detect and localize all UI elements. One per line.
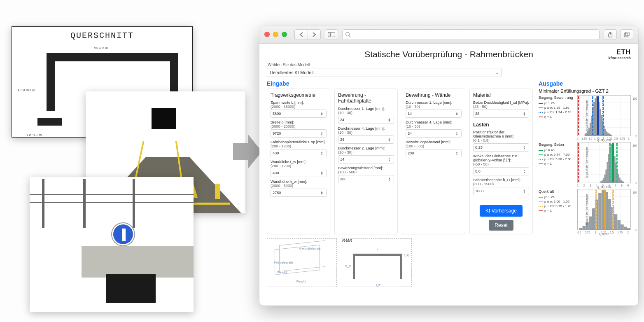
stepper-icon: ▲▼ bbox=[523, 112, 527, 116]
brand-eth: ETH bbox=[608, 49, 631, 56]
sidebar-toggle-button[interactable] bbox=[325, 29, 338, 40]
svg-rect-16 bbox=[595, 98, 596, 136]
pedestrian-icon bbox=[215, 184, 220, 199]
svg-rect-21 bbox=[601, 115, 602, 136]
svg-rect-15 bbox=[593, 102, 595, 136]
zoom-window-button[interactable] bbox=[282, 32, 287, 37]
svg-rect-52 bbox=[589, 217, 592, 230]
bp-abstand-input[interactable]: 200 ▲▼ bbox=[338, 175, 394, 183]
sidebar-icon bbox=[328, 32, 335, 37]
nav-back-forward bbox=[294, 29, 321, 40]
svg-rect-53 bbox=[592, 208, 595, 230]
svg-point-3 bbox=[346, 32, 350, 36]
brand-logo: ETH kfmResearch bbox=[608, 49, 631, 61]
chart-legend: Querkraftμ: 1.26μ ± σ: 1.00 - 1.52μ ± 2σ… bbox=[539, 189, 575, 230]
chart-histogram: 11.251.51.7522.252.52.7530100Anzahl der … bbox=[577, 95, 631, 136]
fcd-input[interactable]: 28 ▲▼ bbox=[473, 110, 529, 118]
field-plattendicke: Fahrbahnplattendicke t_sp [mm]: (200 - 1… bbox=[271, 140, 327, 157]
svg-rect-31 bbox=[602, 180, 603, 183]
svg-rect-61 bbox=[618, 220, 621, 230]
svg-rect-44 bbox=[618, 174, 619, 183]
svg-rect-46 bbox=[621, 180, 622, 183]
pedestrian-sign-icon bbox=[112, 223, 134, 245]
svg-rect-49 bbox=[579, 228, 582, 230]
panel-bewehrung-waende: Bewehrung - Wände Durchmesser 1. Lage [m… bbox=[402, 89, 465, 234]
predict-button[interactable]: KI Vorhersage bbox=[480, 205, 523, 217]
svg-rect-62 bbox=[621, 225, 624, 230]
stepper-icon: ▲▼ bbox=[320, 112, 324, 116]
model-select-value: Detailliertes KI Modell bbox=[270, 70, 313, 75]
bp-d2-input[interactable]: 14 ▲▼ bbox=[338, 155, 394, 163]
app-content: Statische Vorüberprüfung - Rahmenbrücken… bbox=[259, 44, 638, 306]
svg-rect-47 bbox=[622, 181, 623, 183]
drawing-title: QUERSCHNITT bbox=[12, 31, 192, 40]
tabs-button[interactable] bbox=[620, 29, 633, 40]
svg-rect-55 bbox=[598, 193, 601, 230]
chart-legend: Biegung: Bewehrungμ: 1.76μ ± σ: 1.55 - 1… bbox=[539, 95, 575, 136]
source-images-collage: QUERSCHNITT 96.12 x 20 4.7 Ø 14 x 20 4.7… bbox=[12, 26, 242, 306]
share-icon bbox=[607, 32, 613, 37]
panel-bewehrung-platte: Bewehrung - Fahrbahnplatte Durchmesser 1… bbox=[334, 89, 398, 234]
svg-line-4 bbox=[349, 35, 350, 37]
posfaktor-input[interactable]: 0,23 ▲▼ bbox=[473, 143, 529, 152]
field-bp-abstand: Bewehrungsabstand [mm]: (100 - 500) 200 … bbox=[338, 166, 394, 183]
minimize-window-button[interactable] bbox=[273, 32, 278, 37]
svg-rect-48 bbox=[623, 182, 624, 183]
svg-rect-58 bbox=[608, 199, 611, 230]
breite-input[interactable]: 9720 ▲▼ bbox=[271, 129, 327, 138]
chart-legend: Biegung: Betonμ: 6.49μ ± σ: 5.94 - 7.05μ… bbox=[539, 142, 575, 183]
plattendicke-input[interactable]: 400 ▲▼ bbox=[271, 149, 327, 157]
svg-marker-0 bbox=[233, 134, 262, 169]
chart-block: Querkraftμ: 1.26μ ± σ: 1.00 - 1.52μ ± 2σ… bbox=[539, 189, 631, 230]
hg-input[interactable]: 1000 ▲▼ bbox=[473, 187, 529, 195]
arrow-right-icon bbox=[233, 132, 262, 171]
stepper-icon: ▲▼ bbox=[523, 189, 527, 193]
field-winkel: Winkel der Gleisachse zur globalen y-Ach… bbox=[473, 154, 529, 175]
bw-d1-input[interactable]: 14 ▲▼ bbox=[406, 110, 462, 118]
reset-button[interactable]: Reset bbox=[489, 220, 513, 231]
forward-button[interactable] bbox=[308, 29, 321, 40]
field-bp-d4: Durchmesser 4. Lage [mm]: (10 - 30) 24 ▲… bbox=[338, 126, 394, 144]
panel-title-bewehrung-waende: Bewehrung - Wände bbox=[406, 92, 462, 98]
svg-rect-11 bbox=[588, 128, 590, 136]
svg-rect-25 bbox=[606, 131, 607, 136]
back-button[interactable] bbox=[294, 29, 308, 40]
field-hg: Schotterbetthöhe h_G [mm]: (300 - 1500) … bbox=[473, 178, 529, 195]
svg-rect-10 bbox=[587, 131, 588, 136]
bw-d4-input[interactable]: 24 ▲▼ bbox=[406, 129, 462, 138]
panel-title-bewehrung-platte: Bewehrung - Fahrbahnplatte bbox=[338, 92, 394, 104]
svg-rect-34 bbox=[606, 170, 607, 183]
diagram-frame: L h_w t_w t_sp bbox=[342, 238, 412, 287]
model-select[interactable]: Detailliertes KI Modell ⌄ bbox=[267, 68, 502, 77]
diagram-3d: Gleismittelachse Fahrbahnplatte Wand 1 W… bbox=[267, 238, 337, 287]
svg-rect-63 bbox=[624, 227, 627, 230]
svg-rect-30 bbox=[601, 181, 602, 183]
bp-d1-input[interactable]: 24 ▲▼ bbox=[338, 116, 394, 124]
field-fcd: Beton Druckfestigkeit f_cd [MPa]: (25 - … bbox=[473, 100, 529, 118]
field-breite: Breite b [mm]: (3000 - 20000) 9720 ▲▼ bbox=[271, 120, 327, 138]
search-field[interactable] bbox=[342, 29, 600, 40]
tabs-icon bbox=[624, 32, 630, 37]
share-button[interactable] bbox=[604, 29, 617, 40]
close-window-button[interactable] bbox=[264, 32, 270, 37]
winkel-input[interactable]: 5,6 ▲▼ bbox=[473, 167, 529, 175]
bp-d4-input[interactable]: 24 ▲▼ bbox=[338, 135, 394, 144]
stepper-icon: ▲▼ bbox=[523, 145, 527, 149]
panel-geometrie: Tragwerksgeometrie Spannweite L [mm]: (2… bbox=[267, 89, 330, 234]
chart-block: Biegung: Betonμ: 6.49μ ± σ: 5.94 - 7.05μ… bbox=[539, 142, 631, 183]
model-select-label: Wählen Sie das Modell: bbox=[268, 63, 631, 67]
stepper-icon: ▲▼ bbox=[523, 169, 527, 173]
brand-sub-prefix: kfm bbox=[608, 56, 615, 60]
wandhoehe-input[interactable]: 2780 ▲▼ bbox=[271, 189, 327, 197]
search-input[interactable] bbox=[353, 31, 597, 37]
lasten-heading: Lasten bbox=[473, 122, 529, 128]
chevron-down-icon: ⌄ bbox=[495, 70, 499, 75]
spannweite-input[interactable]: 5800 ▲▼ bbox=[271, 110, 327, 118]
svg-rect-12 bbox=[590, 123, 591, 136]
wanddicke-input[interactable]: 400 ▲▼ bbox=[271, 169, 327, 177]
bw-abstand-input[interactable]: 200 ▲▼ bbox=[406, 149, 462, 157]
svg-rect-6 bbox=[624, 33, 628, 37]
stepper-icon: ▲▼ bbox=[320, 171, 324, 175]
svg-rect-32 bbox=[603, 178, 604, 183]
field-bw-d1: Durchmesser 1. Lage [mm]: (10 - 30) 14 ▲… bbox=[406, 100, 462, 118]
